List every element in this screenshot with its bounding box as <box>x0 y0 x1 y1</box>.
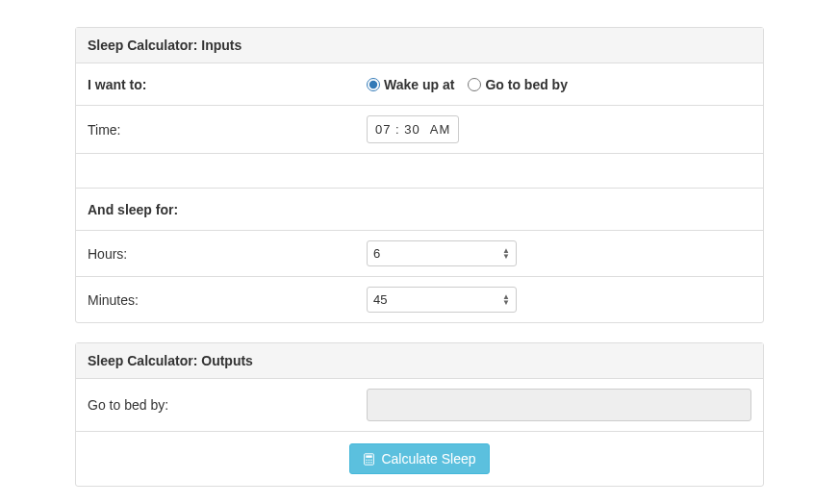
i-want-to-label: I want to: <box>88 77 367 92</box>
action-row: Calculate Sleep <box>76 432 763 486</box>
minutes-value: 45 <box>373 292 387 307</box>
radio-go-to-bed-label: Go to bed by <box>485 77 568 92</box>
inputs-panel-title: Sleep Calculator: Inputs <box>76 28 763 63</box>
inputs-panel: Sleep Calculator: Inputs I want to: Wake… <box>75 27 764 323</box>
i-want-to-row: I want to: Wake up at Go to bed by <box>76 63 763 106</box>
minutes-spinner[interactable]: ▲ ▼ <box>502 294 510 305</box>
radio-wake-up-input[interactable] <box>367 78 380 91</box>
calculate-button[interactable]: Calculate Sleep <box>349 443 489 474</box>
output-label: Go to bed by: <box>88 397 367 413</box>
svg-rect-1 <box>367 455 373 457</box>
output-row: Go to bed by: <box>76 379 763 432</box>
svg-point-5 <box>367 462 368 463</box>
minutes-input[interactable]: 45 ▲ ▼ <box>367 287 517 313</box>
output-field <box>367 389 751 421</box>
radio-go-to-bed-input[interactable] <box>468 78 481 91</box>
time-value: 07 : 30 <box>375 122 420 137</box>
hours-row: Hours: 6 ▲ ▼ <box>76 231 763 277</box>
hours-input[interactable]: 6 ▲ ▼ <box>367 240 517 266</box>
chevron-down-icon[interactable]: ▼ <box>502 254 510 259</box>
time-row: Time: 07 : 30 AM <box>76 106 763 154</box>
svg-point-6 <box>369 462 369 463</box>
outputs-panel: Sleep Calculator: Outputs Go to bed by: … <box>75 342 764 487</box>
svg-point-4 <box>371 459 372 460</box>
calculator-icon <box>363 453 375 466</box>
svg-point-3 <box>369 459 369 460</box>
sleep-for-row: And sleep for: <box>76 189 763 231</box>
svg-point-7 <box>371 462 372 463</box>
radio-go-to-bed[interactable]: Go to bed by <box>468 77 568 92</box>
radio-wake-up-label: Wake up at <box>384 77 454 92</box>
time-label: Time: <box>88 122 367 138</box>
time-input[interactable]: 07 : 30 AM <box>367 115 459 143</box>
outputs-panel-title: Sleep Calculator: Outputs <box>76 343 763 379</box>
chevron-down-icon[interactable]: ▼ <box>502 300 510 305</box>
radio-wake-up[interactable]: Wake up at <box>367 77 454 92</box>
time-period: AM <box>430 122 451 137</box>
spacer-row <box>76 154 763 189</box>
minutes-row: Minutes: 45 ▲ ▼ <box>76 277 763 322</box>
sleep-for-label: And sleep for: <box>88 202 367 217</box>
hours-label: Hours: <box>88 246 367 262</box>
svg-point-2 <box>367 459 368 460</box>
minutes-label: Minutes: <box>88 292 367 308</box>
calculate-button-label: Calculate Sleep <box>381 451 475 466</box>
hours-spinner[interactable]: ▲ ▼ <box>502 248 510 259</box>
hours-value: 6 <box>373 246 380 261</box>
